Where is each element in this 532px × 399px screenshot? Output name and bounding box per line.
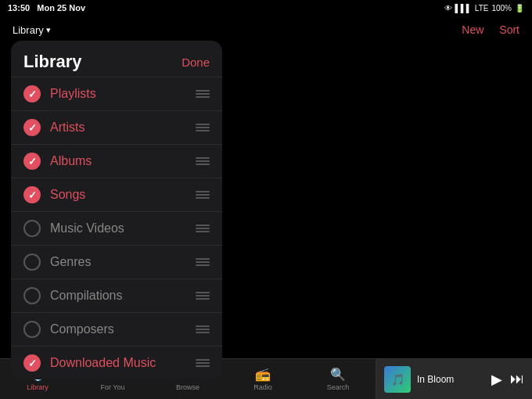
library-dropdown-button[interactable]: Library ▾ (13, 24, 51, 36)
status-time: 13:50 Mon 25 Nov (8, 3, 85, 13)
library-label: Library (27, 383, 49, 391)
drag-handle-music-videos[interactable] (196, 225, 210, 232)
library-item-playlists[interactable]: ✓Playlists (11, 77, 222, 110)
label-songs: Songs (50, 188, 186, 202)
drag-handle-genres[interactable] (196, 258, 210, 266)
label-music-videos: Music Videos (50, 221, 186, 235)
radio-label: Radio (253, 383, 272, 391)
done-button[interactable]: Done (182, 56, 210, 69)
library-item-music-videos[interactable]: Music Videos (11, 211, 222, 245)
library-item-songs[interactable]: ✓Songs (11, 178, 222, 211)
label-compilations: Compilations (50, 289, 186, 303)
search-icon: 🔍 (330, 367, 346, 382)
check-compilations (23, 287, 41, 304)
library-item-genres[interactable]: Genres (11, 245, 222, 279)
tab-radio[interactable]: 📻Radio (225, 367, 300, 391)
label-downloaded-music: Downloaded Music (50, 356, 186, 370)
for-you-label: For You (100, 383, 124, 391)
browse-label: Browse (176, 383, 200, 391)
check-genres (23, 253, 41, 271)
next-button[interactable]: ⏭ (510, 371, 524, 388)
chevron-down-icon: ▾ (46, 25, 51, 35)
label-playlists: Playlists (50, 87, 186, 101)
nav-bar: Library ▾ New Sort (0, 16, 532, 44)
library-item-composers[interactable]: Composers (11, 312, 222, 346)
library-items-list: ✓Playlists✓Artists✓Albums✓SongsMusic Vid… (11, 77, 222, 379)
drag-handle-playlists[interactable] (196, 90, 210, 98)
drag-handle-compilations[interactable] (196, 292, 210, 300)
drag-handle-composers[interactable] (196, 325, 210, 333)
drag-handle-artists[interactable] (196, 124, 210, 131)
check-composers (23, 321, 41, 338)
library-item-downloaded-music[interactable]: ✓Downloaded Music (11, 346, 222, 379)
battery-level: 100% (491, 4, 512, 13)
panel-title: Library (23, 52, 82, 72)
panel-header: Library Done (11, 41, 222, 77)
new-button[interactable]: New (462, 23, 483, 36)
label-genres: Genres (50, 255, 186, 269)
drag-handle-albums[interactable] (196, 157, 210, 165)
check-playlists: ✓ (23, 85, 41, 102)
play-controls: ▶ ⏭ (491, 371, 524, 388)
play-button[interactable]: ▶ (491, 371, 502, 388)
check-songs: ✓ (23, 186, 41, 203)
status-right: 👁 ▌▌▌ LTE 100% 🔋 (444, 4, 524, 13)
vision-icon: 👁 (444, 4, 452, 13)
track-title: In Bloom (417, 374, 485, 385)
check-albums: ✓ (23, 153, 41, 170)
library-panel: Library Done ✓Playlists✓Artists✓Albums✓S… (11, 41, 222, 379)
check-music-videos (23, 220, 41, 237)
status-bar: 13:50 Mon 25 Nov 👁 ▌▌▌ LTE 100% 🔋 (0, 0, 532, 16)
drag-handle-downloaded-music[interactable] (196, 359, 210, 367)
library-item-artists[interactable]: ✓Artists (11, 110, 222, 144)
label-albums: Albums (50, 154, 186, 168)
sort-button[interactable]: Sort (499, 23, 519, 36)
now-playing-bar[interactable]: 🎵 In Bloom ▶ ⏭ (376, 359, 532, 400)
signal-icon: ▌▌▌ (455, 4, 472, 13)
radio-icon: 📻 (255, 367, 271, 382)
check-artists: ✓ (23, 119, 41, 136)
album-thumbnail: 🎵 (384, 366, 411, 393)
library-item-compilations[interactable]: Compilations (11, 279, 222, 312)
check-downloaded-music: ✓ (23, 354, 41, 372)
battery-icon: 🔋 (515, 4, 524, 13)
label-composers: Composers (50, 322, 186, 336)
network-label: LTE (475, 4, 489, 13)
nav-actions: New Sort (462, 23, 519, 36)
label-artists: Artists (50, 120, 186, 135)
tab-search[interactable]: 🔍Search (300, 367, 376, 391)
search-label: Search (327, 383, 350, 391)
drag-handle-songs[interactable] (196, 191, 210, 199)
library-item-albums[interactable]: ✓Albums (11, 144, 222, 178)
